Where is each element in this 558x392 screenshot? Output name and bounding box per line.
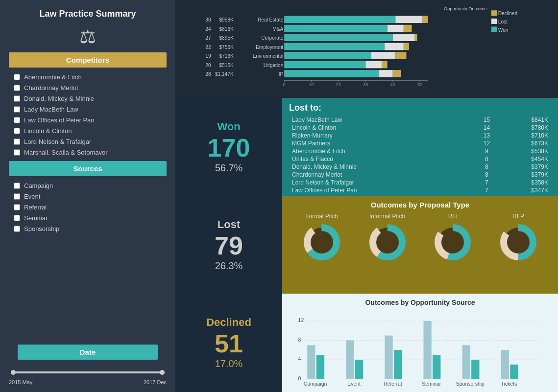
lower-mid-row: Lost 79 26.3% Outcomes by Proposal Type … bbox=[175, 196, 558, 294]
svg-text:$716K: $716K bbox=[219, 53, 234, 59]
svg-rect-47 bbox=[379, 70, 393, 77]
svg-rect-16 bbox=[284, 25, 387, 32]
donut-rfi: RFI bbox=[433, 213, 472, 262]
table-row: Chardonnay Merlot 8 $379K bbox=[289, 171, 551, 179]
lost-to-count: 8 bbox=[473, 155, 500, 163]
range-thumb-right[interactable] bbox=[160, 370, 165, 375]
lost-to-name: Law Offices of Peter Pan bbox=[289, 186, 473, 194]
svg-text:50: 50 bbox=[417, 82, 422, 87]
svg-text:0: 0 bbox=[283, 82, 286, 87]
competitor-item[interactable]: Lord Nelson & Trafalgar bbox=[14, 138, 162, 145]
svg-text:Seminar: Seminar bbox=[422, 381, 441, 387]
source-item[interactable]: Sponsorship bbox=[14, 225, 162, 232]
svg-rect-95 bbox=[423, 321, 431, 379]
donut-formal-pitch: Formal Pitch bbox=[302, 213, 341, 262]
source-checkbox-4[interactable] bbox=[14, 215, 20, 221]
declined-panel: Declined 51 17.0% bbox=[175, 294, 282, 392]
competitor-checkbox-5[interactable] bbox=[14, 117, 20, 123]
lost-to-value: $454K bbox=[501, 155, 552, 163]
competitor-item[interactable]: Donald, Mickey & Minnie bbox=[14, 95, 162, 102]
mid-row: Won 170 56.7% Lost to: Lady MacBeth Law … bbox=[175, 98, 558, 196]
lost-panel: Lost 79 26.3% bbox=[175, 196, 282, 294]
bar-chart-section: Declined Lost Won Opportunity Outcome 30… bbox=[175, 0, 558, 98]
competitor-checkbox-3[interactable] bbox=[14, 95, 20, 102]
svg-text:40: 40 bbox=[390, 82, 395, 87]
competitor-item[interactable]: Marshall. Scalia & Sotomavor bbox=[14, 149, 162, 156]
date-end: 2017 Dec bbox=[144, 379, 167, 385]
svg-text:Tickets: Tickets bbox=[501, 381, 517, 387]
source-checkbox-2[interactable] bbox=[14, 193, 20, 200]
lost-number: 79 bbox=[215, 233, 243, 258]
svg-rect-41 bbox=[365, 61, 382, 69]
competitor-checkbox-8[interactable] bbox=[14, 149, 20, 156]
declined-number: 51 bbox=[215, 331, 243, 356]
competitor-checkbox-7[interactable] bbox=[14, 138, 20, 145]
won-label: Won bbox=[217, 120, 240, 133]
svg-text:Sponsorship: Sponsorship bbox=[456, 381, 485, 387]
svg-text:$816K: $816K bbox=[219, 26, 234, 32]
lost-to-value: $379K bbox=[501, 163, 552, 171]
svg-point-69 bbox=[378, 232, 397, 252]
table-row: Unitas & Flacco 8 $454K bbox=[289, 155, 551, 163]
date-header: Date bbox=[18, 345, 158, 360]
lost-to-name: Abercrombie & Fitch bbox=[289, 147, 473, 155]
lost-to-count: 8 bbox=[473, 163, 500, 171]
date-range-slider[interactable] bbox=[11, 371, 165, 373]
lost-to-name: Ripken-Murrary bbox=[289, 132, 473, 139]
source-item[interactable]: Campaign bbox=[14, 182, 162, 189]
svg-rect-12 bbox=[423, 16, 428, 23]
competitor-item[interactable]: Abercrombie & Fitch bbox=[14, 73, 162, 81]
svg-rect-48 bbox=[393, 70, 401, 77]
competitor-item[interactable]: Lady MacBeth Law bbox=[14, 106, 162, 113]
svg-text:12: 12 bbox=[298, 318, 304, 323]
svg-text:Real Estate: Real Estate bbox=[258, 17, 284, 23]
competitor-checkbox-2[interactable] bbox=[14, 85, 20, 91]
lost-to-count: 13 bbox=[473, 132, 500, 139]
svg-rect-23 bbox=[393, 34, 414, 41]
competitor-item[interactable]: Lincoln & Clinton bbox=[14, 127, 162, 135]
lost-to-name: Lincoln & Clinton bbox=[289, 124, 473, 132]
lost-to-count: 9 bbox=[473, 147, 500, 155]
svg-text:Event: Event bbox=[347, 381, 361, 387]
lost-to-count: 12 bbox=[473, 139, 500, 147]
svg-text:0: 0 bbox=[298, 376, 301, 381]
svg-text:IP: IP bbox=[279, 71, 284, 77]
lost-to-value: $538K bbox=[501, 147, 552, 155]
competitor-item[interactable]: Chardonnay Merlot bbox=[14, 84, 162, 92]
app-title: Law Practice Summary bbox=[0, 0, 175, 23]
source-checkbox-3[interactable] bbox=[14, 204, 20, 210]
svg-text:Won: Won bbox=[498, 27, 509, 33]
donut-label-formal: Formal Pitch bbox=[305, 213, 338, 220]
sources-list: Campaign Event Referral Seminar Sponsors… bbox=[0, 180, 175, 237]
svg-text:M&A: M&A bbox=[272, 26, 283, 32]
donut-informal-pitch: Informal Pitch bbox=[368, 213, 407, 262]
table-row: Lincoln & Clinton 14 $780K bbox=[289, 124, 551, 132]
won-panel: Won 170 56.7% bbox=[175, 98, 282, 196]
competitor-checkbox-6[interactable] bbox=[14, 128, 20, 134]
source-checkbox-5[interactable] bbox=[14, 226, 20, 232]
svg-rect-93 bbox=[394, 350, 402, 379]
competitor-label-1: Abercrombie & Fitch bbox=[24, 73, 82, 81]
lost-to-panel: Lost to: Lady MacBeth Law 15 $841K Linco… bbox=[282, 98, 558, 196]
lost-to-name: Lady MacBeth Law bbox=[289, 116, 473, 124]
svg-rect-101 bbox=[501, 350, 509, 379]
competitor-label-6: Lincoln & Clinton bbox=[24, 127, 72, 135]
lost-to-name: Donald, Mickey & Minnie bbox=[289, 163, 473, 171]
source-item[interactable]: Event bbox=[14, 193, 162, 200]
outcomes-proposal-panel: Outcomes by Proposal Type Formal Pitch I… bbox=[282, 196, 558, 294]
source-item[interactable]: Referral bbox=[14, 204, 162, 211]
source-item[interactable]: Seminar bbox=[14, 214, 162, 222]
svg-rect-18 bbox=[404, 25, 412, 32]
range-thumb-left[interactable] bbox=[11, 370, 16, 375]
source-label-1: Campaign bbox=[24, 182, 53, 189]
competitor-checkbox-1[interactable] bbox=[14, 74, 20, 80]
source-checkbox-1[interactable] bbox=[14, 183, 20, 189]
competitor-checkbox-4[interactable] bbox=[14, 106, 20, 113]
competitor-item[interactable]: Law Offices of Peter Pan bbox=[14, 116, 162, 124]
svg-text:$756K: $756K bbox=[219, 45, 234, 50]
svg-rect-28 bbox=[284, 43, 385, 50]
svg-text:$515K: $515K bbox=[219, 63, 234, 68]
lost-to-value: $673K bbox=[501, 139, 552, 147]
svg-text:30: 30 bbox=[363, 82, 368, 87]
svg-text:$958K: $958K bbox=[219, 17, 234, 23]
